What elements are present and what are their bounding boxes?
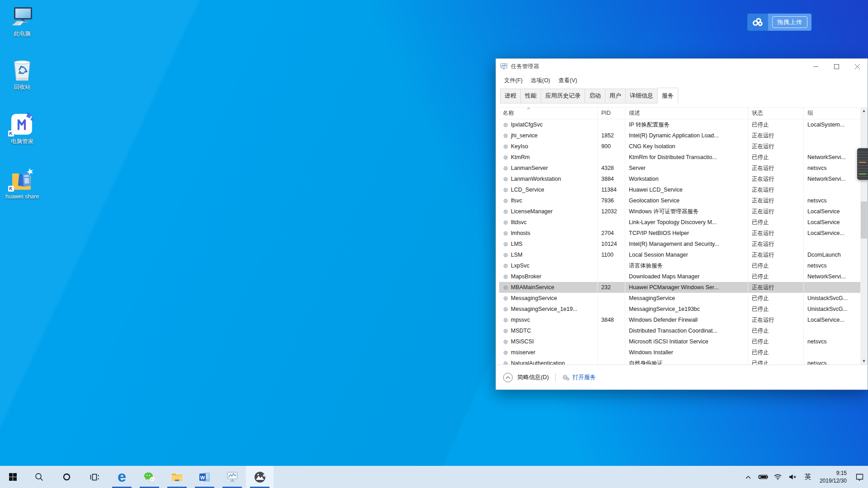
tab-processes[interactable]: 进程: [500, 89, 521, 103]
windows-logo-icon: [9, 473, 17, 481]
service-row[interactable]: MapsBrokerDownloaded Maps Manager已停止Netw…: [499, 271, 861, 282]
close-button[interactable]: [847, 59, 868, 74]
service-pid-cell: 10124: [598, 239, 625, 249]
menu-bar: 文件(F)选项(O)查看(V): [496, 74, 868, 87]
service-row[interactable]: KeyIso900CNG Key Isolation正在运行: [499, 141, 861, 152]
service-status-cell: 已停止: [748, 217, 804, 228]
ime-indicator[interactable]: 英: [802, 473, 814, 481]
service-row[interactable]: MBAMainService232Huawei PCManager Window…: [499, 282, 861, 293]
scrollbar-thumb[interactable]: [861, 202, 867, 239]
service-name-cell: LanmanWorkstation: [499, 174, 598, 184]
service-pid-cell: 12032: [598, 206, 625, 217]
task-manager-app-icon: [500, 63, 507, 70]
service-pid-cell: 232: [598, 282, 625, 293]
taskbar-explorer-button[interactable]: [163, 466, 191, 488]
service-status-cell: 已停止: [748, 325, 804, 336]
service-row[interactable]: MessagingService_1e19...MessagingService…: [499, 304, 861, 314]
column-header-3[interactable]: 状态: [748, 108, 804, 119]
tab-details[interactable]: 详细信息: [625, 89, 658, 103]
service-name-cell: mpssvc: [499, 314, 598, 325]
file-explorer-icon: [171, 472, 183, 482]
action-center-icon[interactable]: [854, 466, 865, 488]
open-services-link[interactable]: 打开服务: [562, 373, 596, 381]
taskbar-task-manager-button[interactable]: [218, 466, 246, 488]
shortcut-arrow-icon: [8, 131, 14, 136]
minimize-button[interactable]: [805, 59, 826, 74]
taskbar-active-app-button[interactable]: [246, 466, 274, 488]
battery-icon[interactable]: [757, 466, 769, 488]
service-row[interactable]: msiserverWindows Installer已停止: [499, 347, 861, 358]
search-icon: [35, 473, 43, 481]
service-row[interactable]: LanmanWorkstation3884Workstation正在运行Netw…: [499, 174, 861, 184]
scroll-down-icon[interactable]: ▼: [860, 357, 868, 365]
menu-item[interactable]: 文件(F): [500, 75, 527, 86]
taskbar-edge-button[interactable]: e: [108, 466, 136, 488]
table-body: IpxlatCfgSvcIP 转换配置服务已停止LocalSystem...jh…: [499, 119, 861, 365]
taskbar-wechat-button[interactable]: [136, 466, 163, 488]
service-row[interactable]: NaturalAuthentication自然身份验证已停止netsvcs: [499, 358, 861, 365]
wifi-icon[interactable]: [772, 466, 784, 488]
search-button[interactable]: [25, 466, 53, 488]
service-row[interactable]: LxpSvc语言体验服务已停止netsvcs: [499, 260, 861, 271]
service-group-cell: LocalService: [804, 206, 861, 217]
service-row[interactable]: MSiSCSIMicrosoft iSCSI Initiator Service…: [499, 336, 861, 347]
clock[interactable]: 9:15 2019/12/30: [820, 469, 847, 484]
service-row[interactable]: MessagingServiceMessagingService已停止Unist…: [499, 293, 861, 304]
baidu-netdisk-icon: [747, 14, 768, 31]
service-row[interactable]: jhi_service1852Intel(R) Dynamic Applicat…: [499, 130, 861, 141]
huawei-share-icon: [5, 168, 40, 192]
service-pid-cell: 2704: [598, 228, 625, 239]
service-status-cell: 已停止: [748, 336, 804, 347]
service-row[interactable]: LSM1100Local Session Manager正在运行DcomLaun…: [499, 249, 861, 260]
task-view-button[interactable]: [80, 466, 108, 488]
tab-startup[interactable]: 启动: [585, 89, 605, 103]
maximize-button[interactable]: [826, 59, 847, 74]
column-header-2[interactable]: 描述: [625, 108, 748, 119]
service-row[interactable]: lmhosts2704TCP/IP NetBIOS Helper正在运行Loca…: [499, 228, 861, 239]
service-pid-cell: [598, 347, 625, 358]
taskbar-word-button[interactable]: W: [191, 466, 218, 488]
menu-item[interactable]: 查看(V): [554, 75, 581, 86]
vertical-scrollbar[interactable]: ▲ ▼: [860, 107, 868, 365]
tab-services[interactable]: 服务: [657, 88, 678, 103]
menu-item[interactable]: 选项(O): [527, 75, 554, 86]
service-row[interactable]: lltdsvcLink-Layer Topology Discovery M..…: [499, 217, 861, 228]
desktop-icon-recycle-bin[interactable]: 回收站: [5, 59, 40, 91]
cortana-button[interactable]: [53, 466, 80, 488]
drag-upload-button[interactable]: 拖拽上传: [768, 14, 811, 31]
service-row[interactable]: LanmanServer4328Server正在运行netsvcs: [499, 163, 861, 174]
fewer-details-button[interactable]: 简略信息(D): [517, 373, 549, 381]
service-desc-cell: Windows Installer: [625, 347, 748, 358]
title-bar[interactable]: 任务管理器: [496, 59, 868, 74]
desktop-icon-this-pc[interactable]: 此电脑: [5, 5, 40, 38]
service-row[interactable]: LMS10124Intel(R) Management and Security…: [499, 239, 861, 249]
desktop-icon-huawei-share[interactable]: huawei share: [5, 168, 40, 201]
service-row[interactable]: IpxlatCfgSvcIP 转换配置服务已停止LocalSystem...: [499, 119, 861, 130]
service-status-cell: 正在运行: [748, 195, 804, 206]
service-row[interactable]: lfsvc7836Geolocation Service正在运行netsvcs: [499, 195, 861, 206]
service-gear-icon: [503, 339, 509, 345]
tab-users[interactable]: 用户: [605, 89, 626, 103]
volume-muted-icon[interactable]: [787, 466, 799, 488]
service-gear-icon: [503, 133, 509, 139]
service-gear-icon: [503, 306, 509, 312]
service-group-cell: netsvcs: [804, 260, 861, 271]
service-row[interactable]: LCD_Service11384Huawei LCD_Service正在运行: [499, 184, 861, 195]
column-header-0[interactable]: 名称˄: [499, 108, 598, 119]
tab-performance[interactable]: 性能: [520, 89, 541, 103]
column-header-1[interactable]: PID: [598, 108, 625, 119]
service-pid-cell: [598, 293, 625, 304]
tray-chevron-up-icon[interactable]: [742, 466, 754, 488]
edge-dock-widget[interactable]: [857, 148, 868, 180]
desktop-icon-pc-manager[interactable]: 电脑管家: [5, 113, 40, 145]
service-desc-cell: 语言体验服务: [625, 260, 748, 271]
start-button[interactable]: [0, 466, 25, 488]
scroll-up-icon[interactable]: ▲: [860, 107, 868, 114]
tab-app-history[interactable]: 应用历史记录: [541, 89, 585, 103]
service-row[interactable]: mpssvc3848Windows Defender Firewall正在运行L…: [499, 314, 861, 325]
service-row[interactable]: MSDTCDistributed Transaction Coordinat..…: [499, 325, 861, 336]
service-row[interactable]: KtmRmKtmRm for Distributed Transactio...…: [499, 152, 861, 163]
service-row[interactable]: LicenseManager12032Windows 许可证管理器服务正在运行L…: [499, 206, 861, 217]
baidu-netdisk-upload-widget[interactable]: 拖拽上传: [747, 14, 811, 31]
column-header-4[interactable]: 组: [804, 108, 861, 119]
